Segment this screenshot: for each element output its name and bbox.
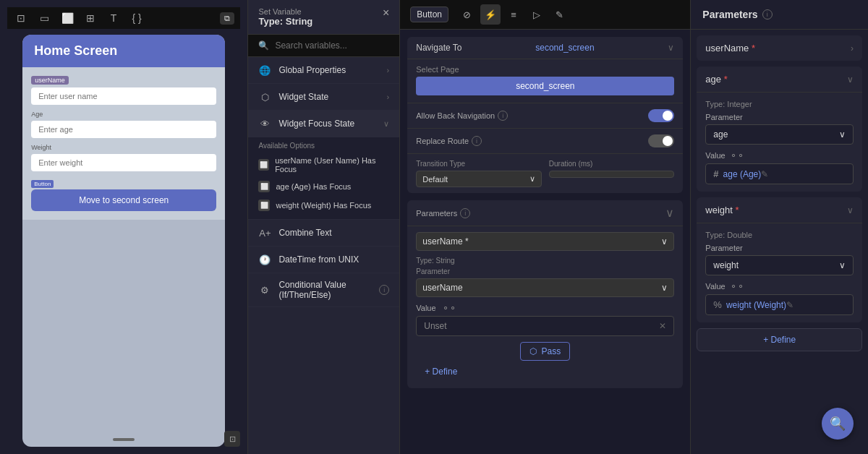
right-define-button[interactable]: + Define	[697, 328, 862, 351]
menu-item-conditional-value[interactable]: ⚙ Conditional Value (If/Then/Else) i	[248, 273, 399, 307]
submenu-username-focus[interactable]: ⬜ userName (User Name) Has Focus	[258, 153, 389, 177]
move-to-second-screen-button[interactable]: Move to second screen	[31, 189, 216, 211]
desktop-icon[interactable]: ⬜	[59, 10, 75, 26]
menu-item-widget-state[interactable]: ⬡ Widget State ›	[248, 84, 399, 111]
username-input-group: userName	[31, 76, 216, 105]
define-button[interactable]: + Define	[416, 361, 466, 382]
search-fab[interactable]: 🔍	[822, 408, 854, 440]
username-param-row: userName * ∨ Type: String Parameter user…	[407, 226, 683, 388]
pass-icon: ⬡	[529, 346, 537, 356]
arrow-icon: ›	[387, 66, 390, 74]
navigate-header: Navigate To second_screen ∨	[407, 37, 683, 59]
allow-back-nav-toggle[interactable]	[648, 109, 674, 122]
username-param-dropdown[interactable]: userName * ∨	[416, 232, 674, 251]
username-param-name-dropdown[interactable]: userName ∨	[416, 278, 674, 297]
menu-item-datetime-unix[interactable]: 🕐 DateTime from UNIX	[248, 247, 399, 273]
value-dots-icon: ⚬⚬	[730, 150, 744, 160]
edit-icon[interactable]: ✎	[786, 300, 793, 310]
grid-icon[interactable]: ⊞	[82, 10, 98, 26]
navigate-section: Navigate To second_screen ∨ Select Page …	[407, 37, 683, 193]
username-value-row: Value ⚬⚬	[416, 303, 674, 313]
value-label: Value	[416, 304, 435, 312]
pass-button[interactable]: ⬡ Pass	[520, 342, 570, 361]
hash-icon: #	[713, 168, 718, 179]
duration-input[interactable]	[549, 171, 675, 178]
percent-icon: %	[713, 299, 722, 310]
weight-value-row: Value ⚬⚬	[705, 281, 854, 291]
age-param-name-label: Parameter	[705, 113, 854, 121]
menu-item-combine-text[interactable]: A+ Combine Text	[248, 220, 399, 247]
weight-param-card: weight * ∨ Type: Double Parameter weight…	[697, 197, 862, 322]
button-selector-label: Button	[417, 9, 442, 20]
input-icon: ⬜	[258, 200, 270, 211]
code-icon[interactable]: { }	[129, 10, 145, 26]
text-icon[interactable]: T	[106, 10, 122, 26]
selected-page-button[interactable]: second_screen	[416, 77, 674, 95]
trigger-icon[interactable]: ⚡	[480, 4, 501, 25]
globe-icon: 🌐	[258, 64, 271, 77]
username-card-name: userName *	[705, 43, 755, 53]
parameters-info-icon: i	[460, 208, 470, 218]
age-value-row: Value ⚬⚬	[705, 150, 854, 160]
parameters-chevron-icon: ∨	[665, 206, 674, 220]
weight-type-label: Type: Double	[705, 231, 854, 239]
button-group: Button Move to second screen	[31, 180, 216, 211]
username-param-card: userName * ›	[697, 35, 862, 61]
duplicate-icon[interactable]: ⧉	[220, 12, 234, 25]
transition-type-dropdown[interactable]: Default ∨	[416, 171, 542, 187]
widget-icon: ⬡	[258, 90, 271, 103]
age-input[interactable]	[31, 121, 216, 138]
age-type-label: Type: Integer	[705, 100, 854, 108]
datetime-unix-label: DateTime from UNIX	[278, 254, 389, 265]
duration-label: Duration (ms)	[549, 160, 675, 168]
menu-item-global-properties[interactable]: 🌐 Global Properties ›	[248, 57, 399, 84]
play-icon[interactable]: ▷	[527, 4, 547, 25]
weight-focus-label: weight (Weight) Has Focus	[276, 201, 371, 210]
username-card-header[interactable]: userName * ›	[697, 35, 862, 61]
age-card-header[interactable]: age * ∨	[697, 67, 862, 92]
age-param-dropdown[interactable]: age ∨	[705, 124, 854, 145]
action-config-content: Navigate To second_screen ∨ Select Page …	[400, 30, 690, 454]
navigate-chevron-icon: ∨	[668, 43, 674, 53]
resize-handle[interactable]	[113, 438, 135, 441]
expand-icon[interactable]: ⊡	[224, 431, 240, 447]
allow-back-nav-row: Allow Back Navigation i	[407, 103, 683, 128]
weight-card-header[interactable]: weight * ∨	[697, 197, 862, 223]
block-icon[interactable]: ⊘	[457, 4, 477, 25]
menu-item-widget-focus-state[interactable]: 👁 Widget Focus State ∨	[248, 111, 399, 137]
phone-header: Home Screen	[22, 35, 225, 67]
transition-row: Transition Type Default ∨ Duration (ms)	[407, 153, 683, 193]
tablet-icon[interactable]: ▭	[36, 10, 52, 26]
username-input[interactable]	[31, 87, 216, 105]
dropdown-arrow-icon: ∨	[661, 236, 668, 247]
weight-param-dropdown[interactable]: weight ∨	[705, 255, 854, 275]
search-input[interactable]	[275, 40, 389, 51]
weight-input[interactable]	[31, 154, 216, 171]
set-variable-type: Type: String	[258, 16, 312, 27]
clear-icon[interactable]: ✕	[659, 321, 666, 331]
replace-route-row: Replace Route i	[407, 128, 683, 153]
age-card-body: Type: Integer Parameter age ∨ Value ⚬⚬ #…	[697, 92, 862, 192]
edit-icon[interactable]: ✎	[550, 4, 570, 25]
set-variable-title: Set Variable	[258, 7, 312, 16]
close-button[interactable]: ×	[383, 7, 389, 19]
age-value-input: # age (Age) ✎	[705, 163, 854, 184]
age-label: Age	[31, 111, 216, 118]
submenu-age-focus[interactable]: ⬜ age (Age) Has Focus	[258, 177, 389, 196]
list-icon[interactable]: ≡	[503, 4, 524, 25]
edit-icon[interactable]: ✎	[761, 169, 768, 179]
search-box: 🔍	[248, 35, 399, 57]
replace-route-label: Replace Route i	[416, 136, 482, 146]
variable-menu-list: 🌐 Global Properties › ⬡ Widget State › 👁…	[248, 57, 399, 454]
button-selector[interactable]: Button	[410, 7, 448, 22]
replace-route-toggle[interactable]	[648, 134, 674, 147]
age-value-label: Value	[705, 151, 725, 160]
monitor-icon[interactable]: ⊡	[13, 10, 29, 26]
phone-preview-panel: ⊡ ▭ ⬜ ⊞ T { } ⧉ Home Screen userName Age…	[0, 0, 248, 454]
submenu-weight-focus[interactable]: ⬜ weight (Weight) Has Focus	[258, 196, 389, 215]
weight-card-name: weight *	[705, 205, 739, 215]
weight-value-input: % weight (Weight) ✎	[705, 294, 854, 315]
set-variable-header: Set Variable Type: String ×	[248, 0, 399, 35]
age-param-card: age * ∨ Type: Integer Parameter age ∨ Va…	[697, 67, 862, 192]
input-icon: ⬜	[258, 159, 269, 171]
